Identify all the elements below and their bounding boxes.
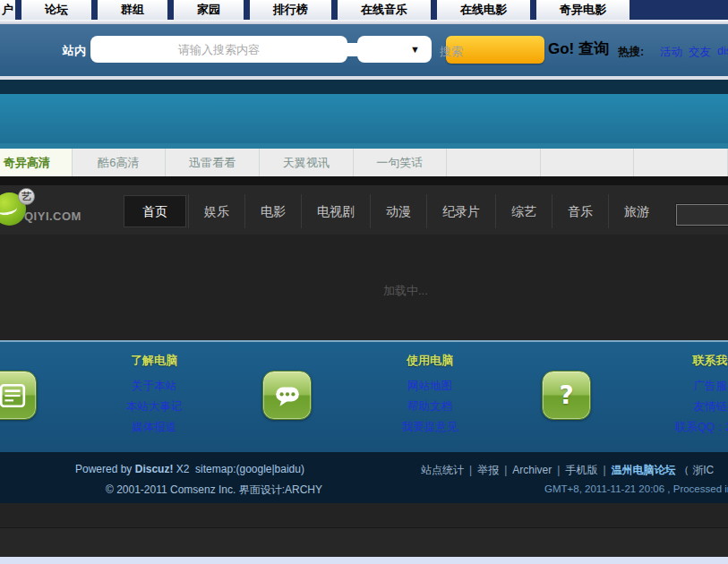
footer-column-contact: 联系我们 广告服务 友情链接 联系QQ：21525 xyxy=(638,353,728,438)
search-type-select[interactable]: ▼ xyxy=(357,36,432,63)
nav-item-tv-series[interactable]: 电视剧 xyxy=(301,194,370,228)
top-tab-online-music[interactable]: 在线音乐 xyxy=(338,0,431,20)
footer-link-media[interactable]: 媒体报道 xyxy=(82,417,226,438)
sitemap-links[interactable]: sitemap:(google|baidu) xyxy=(195,463,304,475)
help-icon: ? xyxy=(542,371,591,420)
news-icon xyxy=(0,371,37,420)
dark-gap xyxy=(0,176,728,185)
hot-search-links: 活动 交友 dis xyxy=(660,45,728,60)
link-forum-name[interactable]: 温州电脑论坛 xyxy=(612,464,676,476)
search-ghost-label: 搜索 xyxy=(440,44,463,60)
chat-icon-glyph xyxy=(273,381,302,410)
footer-heading: 联系我们 xyxy=(638,353,728,369)
nav-item-anime[interactable]: 动漫 xyxy=(370,194,426,228)
video-tab-joke[interactable]: 一句笑话 xyxy=(354,149,448,176)
chevron-down-icon: ▼ xyxy=(410,44,420,55)
link-report[interactable]: 举报 xyxy=(477,464,499,476)
separator: | xyxy=(557,464,560,476)
qiyi-search-box[interactable] xyxy=(676,204,728,226)
qiyi-navbar: 艺 QIYI.COM 首页 娱乐 电影 电视剧 动漫 纪录片 综艺 音乐 旅游 xyxy=(0,185,728,235)
page-bottom-strip xyxy=(0,557,728,564)
top-tab-ranking[interactable]: 排行榜 xyxy=(250,0,331,20)
banner-area xyxy=(0,94,728,143)
top-tab-forum[interactable]: 论坛 xyxy=(21,0,91,20)
top-tab-label: 群组 xyxy=(121,2,144,18)
news-icon-glyph xyxy=(0,381,27,410)
video-source-tabs: 奇异高清 酷6高清 迅雷看看 天翼视讯 一句笑话 xyxy=(0,149,728,176)
footer-link-sitemap[interactable]: 网站地图 xyxy=(358,376,501,397)
link-site-stats[interactable]: 站点统计 xyxy=(421,464,464,476)
video-tab-label: 天翼视讯 xyxy=(283,155,330,171)
footer-link-friend-links[interactable]: 友情链接 xyxy=(638,397,728,417)
search-input[interactable] xyxy=(90,36,347,63)
top-navigation: 户 论坛 群组 家园 排行榜 在线音乐 在线电影 奇异电影 xyxy=(0,0,728,20)
video-tab-empty xyxy=(447,149,541,176)
site-footer: 了解电脑 关于本站 本站大事记 媒体报道 使用电脑 网站地图 帮助文档 我要提意… xyxy=(0,340,728,452)
nav-item-movies[interactable]: 电影 xyxy=(244,194,301,228)
footer-heading: 了解电脑 xyxy=(82,353,226,369)
bottom-info-bar: Powered by Discuz! X2 sitemap:(google|ba… xyxy=(0,452,728,503)
top-tab-label: 奇异电影 xyxy=(560,2,606,18)
video-tab-empty xyxy=(541,149,635,176)
nav-item-homepage[interactable]: 首页 xyxy=(124,195,186,227)
copyright-text: © 2001-2011 Comsenz Inc. 界面设计:ARCHY xyxy=(106,483,322,498)
top-tab-qiyi-movies[interactable]: 奇异电影 xyxy=(536,0,630,20)
qiyi-logo-text: QIYI.COM xyxy=(24,209,81,223)
hot-search-label: 热搜: xyxy=(618,45,644,60)
bottom-gray-band xyxy=(0,527,728,557)
logo-smile-shape xyxy=(0,202,18,217)
video-tab-empty xyxy=(634,149,728,176)
search-bar: 站内 ▼ 搜索 Go! 查询 热搜: 活动 交友 dis xyxy=(0,24,728,76)
video-tab-ku6-hd[interactable]: 酷6高清 xyxy=(73,149,167,176)
hot-link-friends[interactable]: 交友 xyxy=(689,45,711,60)
bottom-links: 站点统计|举报|Archiver|手机版|温州电脑论坛 （ 浙IC xyxy=(421,463,714,478)
video-tab-label: 奇异高清 xyxy=(4,155,50,171)
nav-item-variety[interactable]: 综艺 xyxy=(495,194,552,228)
go-query-label: Go! 查询 xyxy=(548,38,609,59)
powered-prefix: Powered by xyxy=(75,463,132,475)
loading-text: 加载中... xyxy=(383,283,428,299)
top-tab-label: 户 xyxy=(2,2,13,18)
footer-link-milestones[interactable]: 本站大事记 xyxy=(82,397,226,417)
nav-item-documentary[interactable]: 纪录片 xyxy=(426,194,495,228)
discuz-version: X2 xyxy=(176,463,190,475)
footer-link-ads[interactable]: 广告服务 xyxy=(638,376,728,397)
top-tab-label: 在线音乐 xyxy=(361,2,407,18)
content-area: 加载中... xyxy=(0,235,728,340)
footer-link-contact-qq[interactable]: 联系QQ：21525 xyxy=(638,417,728,438)
footer-column-usage: 使用电脑 网站地图 帮助文档 我要提意见 xyxy=(358,353,501,438)
video-tab-label: 一句笑话 xyxy=(376,155,423,171)
video-tab-label: 酷6高清 xyxy=(98,155,139,171)
footer-link-feedback[interactable]: 我要提意见 xyxy=(358,417,501,438)
qiyi-logo-badge: 艺 xyxy=(18,188,35,205)
hot-link-dis[interactable]: dis xyxy=(717,45,728,60)
video-tab-label: 迅雷看看 xyxy=(189,155,236,171)
discuz-brand[interactable]: Discuz! xyxy=(135,463,174,475)
link-archiver[interactable]: Archiver xyxy=(512,464,552,476)
separator: | xyxy=(504,464,507,476)
qiyi-nav-items: 首页 娱乐 电影 电视剧 动漫 纪录片 综艺 音乐 旅游 xyxy=(124,194,664,228)
nav-item-travel[interactable]: 旅游 xyxy=(608,194,664,228)
search-scope-label: 站内 xyxy=(63,43,86,59)
separator: | xyxy=(469,464,472,476)
nav-item-entertainment[interactable]: 娱乐 xyxy=(188,194,244,228)
bottom-gray-band xyxy=(0,503,728,527)
footer-link-help-docs[interactable]: 帮助文档 xyxy=(358,397,501,417)
footer-link-about-site[interactable]: 关于本站 xyxy=(82,376,226,397)
hot-link-activity[interactable]: 活动 xyxy=(660,45,682,60)
top-tab-label: 排行榜 xyxy=(273,2,308,18)
stats-text: GMT+8, 2011-11-21 20:06 , Processed in 0… xyxy=(544,483,728,494)
top-tab-user[interactable]: 户 xyxy=(0,0,15,20)
icp-text: （ 浙IC xyxy=(679,464,714,476)
video-tab-qiyi-hd[interactable]: 奇异高清 xyxy=(0,149,73,176)
top-tab-groups[interactable]: 群组 xyxy=(98,0,167,20)
top-tab-label: 家园 xyxy=(197,2,220,18)
link-mobile[interactable]: 手机版 xyxy=(565,464,597,476)
separator: | xyxy=(603,464,605,476)
video-tab-tianyi[interactable]: 天翼视讯 xyxy=(260,149,354,176)
top-tab-home[interactable]: 家园 xyxy=(174,0,244,20)
top-tab-online-movies[interactable]: 在线电影 xyxy=(437,0,530,20)
powered-by-line: Powered by Discuz! X2 sitemap:(google|ba… xyxy=(75,463,304,475)
nav-item-music[interactable]: 音乐 xyxy=(552,194,608,228)
video-tab-xunlei[interactable]: 迅雷看看 xyxy=(166,149,260,176)
